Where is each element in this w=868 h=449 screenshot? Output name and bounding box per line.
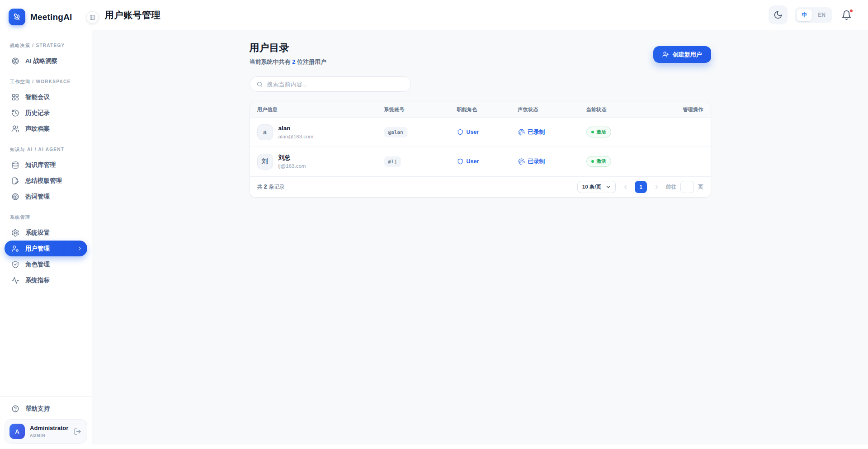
sidebar-item-label: 智能会议 — [25, 93, 50, 101]
role-cell: User — [450, 129, 511, 135]
sidebar-item-role-management[interactable]: 角色管理 — [5, 256, 87, 272]
goto-page-unit: 页 — [698, 184, 703, 190]
directory-header: 用户目录 当前系统中共有 2 位注册用户 创建新用户 — [250, 41, 711, 66]
sidebar-item-ai-strategy[interactable]: AI 战略洞察 — [5, 53, 87, 69]
table-row[interactable]: 刘 刘总 lj@163.com @lj User — [250, 147, 711, 176]
status-cell: 激活 — [579, 127, 670, 137]
goto-page-input[interactable] — [680, 181, 694, 193]
content-area: 用户目录 当前系统中共有 2 位注册用户 创建新用户 — [92, 30, 868, 449]
create-user-label: 创建新用户 — [673, 51, 702, 59]
sidebar-item-hotwords[interactable]: 热词管理 — [5, 189, 87, 204]
sidebar-item-smart-meeting[interactable]: 智能会议 — [5, 89, 87, 105]
sidebar-item-system-settings[interactable]: 系统设置 — [5, 225, 87, 241]
user-role-badge: ADMIN — [30, 433, 69, 438]
target-icon — [11, 193, 19, 201]
main-area: 用户账号管理 中 EN 用户目录 当前系统中共有 2 — [92, 0, 868, 449]
file-pen-icon — [11, 177, 19, 185]
language-option-zh[interactable]: 中 — [797, 9, 812, 21]
gear-icon — [11, 229, 19, 237]
user-name: Administrator — [30, 425, 69, 432]
search-input[interactable] — [267, 81, 404, 88]
sidebar-item-history[interactable]: 历史记录 — [5, 105, 87, 121]
column-header-account: 系统账号 — [377, 106, 450, 113]
role-label: User — [467, 129, 479, 135]
user-plus-icon — [662, 51, 669, 58]
nav-section-strategy: 战略决策 / STRATEGY AI 战略洞察 — [5, 43, 87, 69]
voice-status-label: 已录制 — [528, 128, 545, 136]
user-email: lj@163.com — [278, 163, 306, 169]
avatar: 刘 — [257, 154, 273, 170]
status-dot-icon — [591, 131, 594, 133]
dark-mode-toggle[interactable] — [769, 5, 788, 24]
sidebar-item-user-management[interactable]: 用户管理 — [5, 241, 87, 256]
page-number-button[interactable]: 1 — [635, 181, 647, 193]
column-header-user-info: 用户信息 — [250, 106, 377, 113]
sidebar: MeetingAI 战略决策 / STRATEGY AI 战略洞察 工作空间 /… — [0, 0, 92, 449]
subtitle-prefix: 当前系统中共有 — [250, 58, 291, 65]
sidebar-item-label: 用户管理 — [25, 245, 50, 253]
total-count: 2 — [264, 184, 267, 190]
microphone-logo-icon — [9, 9, 25, 25]
section-label: 工作空间 / WORKSPACE — [5, 79, 87, 89]
directory-title: 用户目录 — [250, 41, 326, 55]
voice-status-cell: 已录制 — [511, 158, 579, 165]
subtitle-suffix: 位注册用户 — [297, 58, 326, 65]
sidebar-item-label: 系统指标 — [25, 276, 50, 284]
directory-subtitle: 当前系统中共有 2 位注册用户 — [250, 58, 326, 66]
sidebar-item-voiceprint-archive[interactable]: 声纹档案 — [5, 121, 87, 137]
users-icon — [11, 125, 19, 133]
panel-collapse-icon — [90, 14, 95, 20]
current-user-card[interactable]: A Administrator ADMIN — [5, 419, 87, 444]
sidebar-item-label: 历史记录 — [25, 109, 50, 117]
nav-section-system: 系统管理 系统设置 用户管理 角色管理 系统指标 — [5, 214, 87, 288]
sidebar-collapse-button[interactable] — [86, 11, 99, 24]
user-name: alan — [278, 125, 314, 132]
app-name: MeetingAI — [30, 12, 72, 22]
help-circle-icon — [11, 405, 19, 413]
sidebar-item-system-metrics[interactable]: 系统指标 — [5, 272, 87, 288]
section-label: 知识与 AI / AI AGENT — [5, 147, 87, 157]
create-user-button[interactable]: 创建新用户 — [653, 46, 711, 63]
status-dot-icon — [591, 160, 594, 163]
help-support-link[interactable]: 帮助支持 — [5, 403, 87, 419]
shield-icon — [457, 129, 463, 135]
role-cell: User — [450, 158, 511, 165]
nav-section-knowledge: 知识与 AI / AI AGENT 知识库管理 总结模版管理 热词管理 — [5, 147, 87, 204]
sidebar-item-knowledge-base[interactable]: 知识库管理 — [5, 157, 87, 173]
registered-user-count: 2 — [292, 58, 295, 65]
history-icon — [11, 109, 19, 117]
sidebar-footer: 帮助支持 A Administrator ADMIN — [0, 396, 92, 449]
shield-check-icon — [11, 260, 19, 269]
account-cell: @lj — [377, 156, 450, 167]
table-footer: 共 2 条记录 10 条/页 1 前往 页 — [250, 176, 711, 197]
account-handle: @alan — [384, 127, 407, 137]
avatar: A — [9, 424, 25, 439]
language-option-en[interactable]: EN — [813, 9, 830, 20]
notifications-button[interactable] — [841, 10, 852, 20]
horizontal-scrollbar-track[interactable] — [0, 444, 868, 449]
sidebar-item-summary-template[interactable]: 总结模版管理 — [5, 173, 87, 189]
logout-icon[interactable] — [74, 428, 81, 435]
table-header-row: 用户信息 系统账号 职能角色 声纹状态 当前状态 管理操作 — [250, 102, 711, 118]
column-header-role: 职能角色 — [450, 106, 511, 113]
voice-status-cell: 已录制 — [511, 128, 579, 136]
database-icon — [11, 161, 19, 169]
search-bar — [250, 76, 411, 92]
column-header-actions: 管理操作 — [670, 106, 711, 113]
next-page-button[interactable] — [651, 182, 662, 193]
section-label: 系统管理 — [5, 214, 87, 225]
column-header-current-status: 当前状态 — [579, 106, 670, 113]
user-name: 刘总 — [278, 154, 306, 161]
user-email: alan@163.com — [278, 134, 314, 139]
status-label: 激活 — [597, 129, 606, 135]
avatar: a — [257, 124, 273, 140]
pagination: 10 条/页 1 前往 页 — [577, 181, 703, 193]
sidebar-item-label: AI 战略洞察 — [25, 57, 57, 65]
voice-status-label: 已录制 — [528, 158, 545, 165]
section-label: 战略决策 / STRATEGY — [5, 43, 87, 53]
previous-page-button[interactable] — [620, 182, 631, 193]
table-row[interactable]: a alan alan@163.com @alan User — [250, 118, 711, 147]
sidebar-nav: 战略决策 / STRATEGY AI 战略洞察 工作空间 / WORKSPACE… — [0, 32, 92, 396]
page-size-select[interactable]: 10 条/页 — [577, 181, 616, 193]
sidebar-item-label: 知识库管理 — [25, 161, 56, 169]
